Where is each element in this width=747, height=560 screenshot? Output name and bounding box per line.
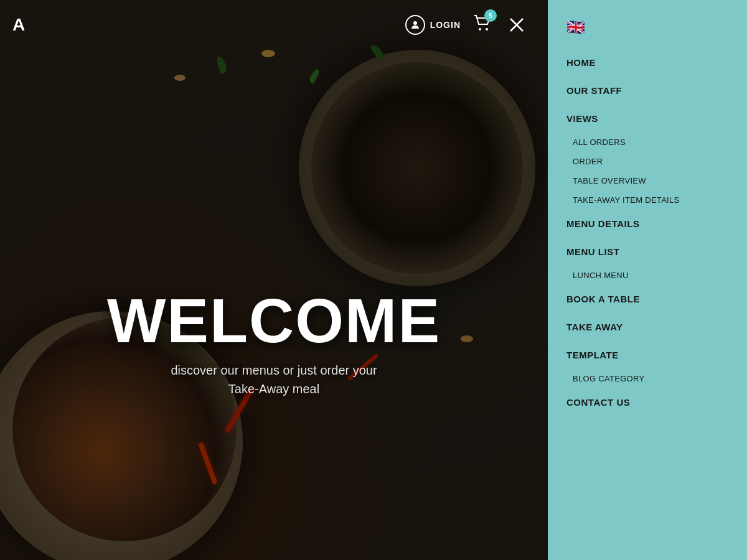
header-actions: LOGIN 5: [405, 12, 529, 37]
logo: A: [12, 15, 26, 35]
user-icon: [405, 15, 425, 35]
login-label: LOGIN: [430, 20, 461, 30]
nav-item-lunch-menu[interactable]: LUNCH MENU: [548, 266, 747, 285]
svg-point-2: [486, 28, 488, 30]
hero-subtitle: discover our menus or just order your Ta…: [25, 361, 523, 398]
welcome-heading: WELCOME: [25, 289, 523, 352]
overlay: [0, 0, 548, 560]
nav-item-order[interactable]: ORDER: [548, 152, 747, 171]
flag-icon: 🇬🇧: [566, 19, 585, 35]
nav-item-home[interactable]: HOME: [548, 49, 747, 77]
header-bar: A LOGIN 5: [0, 0, 548, 50]
login-button[interactable]: LOGIN: [405, 15, 461, 35]
nav-item-our-staff[interactable]: OUR STAFF: [548, 77, 747, 105]
nav-item-take-away-item-details[interactable]: TAKE-AWAY ITEM DETAILS: [548, 190, 747, 210]
nav-panel: 🇬🇧 HOMEOUR STAFFVIEWSALL ORDERSORDERTABL…: [548, 0, 747, 560]
hero-content: WELCOME discover our menus or just order…: [0, 289, 548, 398]
main-content: A LOGIN 5: [0, 0, 548, 560]
nav-item-contact-us[interactable]: CONTACT US: [548, 388, 747, 416]
cart-badge: 5: [484, 9, 497, 22]
cart-button[interactable]: 5: [473, 14, 492, 36]
close-button[interactable]: [504, 12, 529, 37]
nav-item-template[interactable]: TEMPLATE: [548, 341, 747, 369]
nav-item-blog-category[interactable]: BLOG CATEGORY: [548, 369, 747, 388]
nav-item-book-a-table[interactable]: BOOK A TABLE: [548, 285, 747, 313]
nav-item-all-orders[interactable]: ALL ORDERS: [548, 133, 747, 152]
nav-item-take-away[interactable]: TAKE AWAY: [548, 313, 747, 341]
nav-item-menu-details[interactable]: MENU DETAILS: [548, 210, 747, 238]
nav-item-menu-list[interactable]: MENU LIST: [548, 238, 747, 266]
nav-item-table-overview[interactable]: TABLE OVERVIEW: [548, 171, 747, 190]
svg-point-0: [413, 21, 417, 25]
nav-item-views[interactable]: VIEWS: [548, 105, 747, 133]
language-selector[interactable]: 🇬🇧: [548, 12, 747, 49]
svg-point-1: [479, 28, 481, 30]
